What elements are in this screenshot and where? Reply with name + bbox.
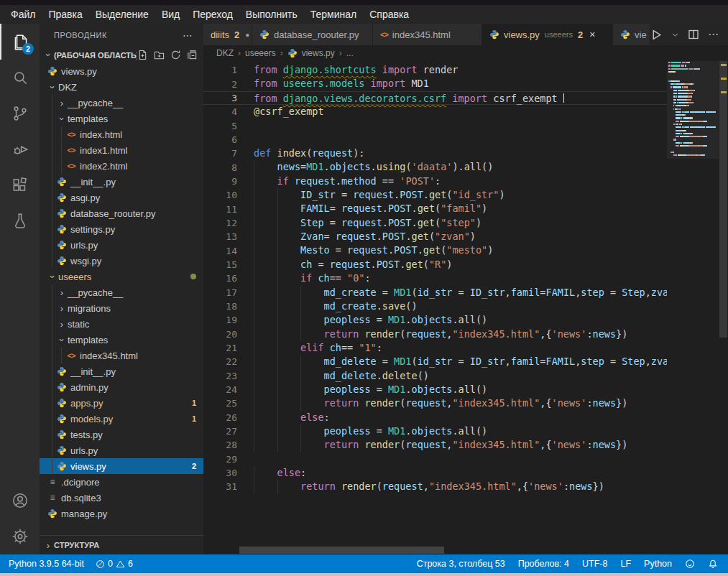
code-line-19[interactable]: 19 peopless = MD1.objects.all() bbox=[203, 313, 667, 327]
code-line-26[interactable]: 26 else: bbox=[203, 411, 667, 424]
code-line-24[interactable]: 24 peopless = MD1.objects.all() bbox=[203, 383, 667, 396]
tree-item-admin.py[interactable]: admin.py bbox=[40, 379, 203, 395]
activity-run-debug-icon[interactable] bbox=[0, 131, 40, 167]
tree-item-manage.py[interactable]: manage.py bbox=[40, 506, 203, 521]
code-line-6[interactable]: 6 bbox=[203, 133, 667, 147]
code-line-15[interactable]: 15 ch = request.POST.get("R") bbox=[203, 258, 667, 271]
code-line-25[interactable]: 25 return render(request,"index345.html"… bbox=[203, 396, 667, 410]
tree-item-index345.html[interactable]: <>index345.html bbox=[40, 348, 203, 363]
code-line-12[interactable]: 12 Step = request.POST.get("step") bbox=[203, 216, 667, 230]
code-line-17[interactable]: 17 md_create = MD1(id_str = ID_str,famil… bbox=[203, 286, 667, 299]
code-line-10[interactable]: 10 ID_str = request.POST.get("id_str") bbox=[203, 188, 667, 202]
code-line-7[interactable]: 7def index(request): bbox=[203, 147, 667, 160]
close-icon[interactable]: × bbox=[589, 29, 595, 40]
code-line-1[interactable]: 1from django.shortcuts import render bbox=[203, 63, 667, 77]
activity-source-control-icon[interactable] bbox=[0, 96, 40, 131]
tab-database_roouter.py[interactable]: database_roouter.py bbox=[252, 24, 373, 45]
tree-item-__pycache__[interactable]: ›__pycache__ bbox=[40, 284, 203, 300]
tree-item-.dcignore[interactable]: ≡.dcignore bbox=[40, 474, 203, 490]
activity-extensions-icon[interactable] bbox=[0, 167, 40, 203]
activity-search-icon[interactable] bbox=[0, 60, 40, 96]
menu-item-Терминал[interactable]: Терминал bbox=[304, 6, 363, 22]
tree-item-templates[interactable]: ›templates bbox=[40, 332, 203, 348]
tree-item-__init__.py[interactable]: __init__.py bbox=[40, 174, 203, 190]
tree-item-templates[interactable]: ›templates bbox=[40, 111, 203, 126]
breadcrumb-item-useeers[interactable]: useeers bbox=[244, 48, 277, 58]
feedback-icon[interactable] bbox=[685, 559, 695, 569]
activity-explorer-icon[interactable]: 2 bbox=[0, 24, 40, 60]
tree-item-views.py[interactable]: views.py bbox=[40, 63, 203, 79]
run-python-file-icon[interactable] bbox=[650, 29, 663, 41]
tree-item-wsgi.py[interactable]: wsgi.py bbox=[40, 253, 203, 269]
code-line-11[interactable]: 11 FAMIL= request.POST.get("famil") bbox=[203, 202, 667, 215]
refresh-icon[interactable] bbox=[170, 50, 181, 60]
menu-item-Переход[interactable]: Переход bbox=[186, 6, 239, 22]
code-line-4[interactable]: 4@csrf_exempt bbox=[203, 105, 667, 119]
tree-item-migrations[interactable]: ›migrations bbox=[40, 300, 203, 316]
code-line-13[interactable]: 13 Zvan= request.POST.get("zvan") bbox=[203, 230, 667, 243]
vertical-scrollbar[interactable] bbox=[719, 61, 728, 554]
tree-item-__init__.py[interactable]: __init__.py bbox=[40, 363, 203, 379]
tree-item-database_roouter.py[interactable]: database_roouter.py bbox=[40, 205, 203, 221]
code-line-21[interactable]: 21 elif ch== "1": bbox=[203, 341, 667, 355]
eol-status[interactable]: LF bbox=[620, 559, 631, 569]
activity-settings-icon[interactable] bbox=[0, 519, 40, 554]
new-file-icon[interactable] bbox=[137, 50, 148, 60]
code-line-28[interactable]: 28 return render(request,"index345.html"… bbox=[203, 438, 667, 452]
tree-item-index.html[interactable]: <>index.html bbox=[40, 126, 203, 142]
tree-item-urls.py[interactable]: urls.py bbox=[40, 442, 203, 458]
more-actions-icon[interactable]: ⋯ bbox=[708, 28, 719, 41]
tree-item-index1.html[interactable]: <>index1.html bbox=[40, 142, 203, 158]
tree-item-models.py[interactable]: models.py1 bbox=[40, 411, 203, 427]
code-line-8[interactable]: 8 news=MD1.objects.using('daata').all() bbox=[203, 160, 667, 174]
encoding-status[interactable]: UTF-8 bbox=[582, 559, 607, 569]
tab-diiits[interactable]: diiits2● bbox=[203, 24, 252, 45]
workspace-section-header[interactable]: › (РАБОЧАЯ ОБЛАСТЬ) ... bbox=[40, 47, 203, 63]
code-line-16[interactable]: 16 if ch== "0": bbox=[203, 271, 667, 285]
sidebar-more-actions-icon[interactable]: ⋯ bbox=[183, 29, 193, 41]
code-line-3[interactable]: 3from django.views.decorators.csrf impor… bbox=[203, 91, 667, 105]
language-mode-status[interactable]: Python bbox=[644, 559, 672, 569]
tree-item-static[interactable]: ›static bbox=[40, 316, 203, 332]
menu-item-Вид[interactable]: Вид bbox=[155, 6, 186, 22]
problems-status[interactable]: 0 6 bbox=[96, 559, 133, 569]
menu-item-Справка[interactable]: Справка bbox=[363, 6, 415, 22]
breadcrumb-item-DKZ[interactable]: DKZ bbox=[215, 48, 235, 58]
tab-index345.html[interactable]: <>index345.html bbox=[373, 24, 482, 45]
tab-views.py[interactable]: views.pyuseeers2× bbox=[482, 24, 613, 45]
tree-item-index2.html[interactable]: <>index2.html bbox=[40, 158, 203, 174]
breadcrumb-item-...[interactable]: ... bbox=[345, 48, 355, 58]
collapse-all-icon[interactable] bbox=[187, 50, 198, 60]
outline-section-header[interactable]: › СТРУКТУРА bbox=[40, 535, 203, 554]
activity-account-icon[interactable] bbox=[0, 483, 40, 519]
code-line-30[interactable]: 30 else: bbox=[203, 466, 667, 480]
menu-item-Правка[interactable]: Правка bbox=[42, 6, 88, 22]
tab-vie[interactable]: vie bbox=[613, 24, 650, 45]
cursor-position-status[interactable]: Строка 3, столбец 53 bbox=[417, 559, 505, 569]
new-folder-icon[interactable] bbox=[154, 50, 165, 60]
menu-item-Файл[interactable]: Файл bbox=[4, 6, 42, 22]
code-line-22[interactable]: 22 md_delete = MD1(id_str = ID_str,famil… bbox=[203, 355, 667, 368]
code-line-23[interactable]: 23 md_delete.delete() bbox=[203, 369, 667, 383]
tree-item-db.sqlite3[interactable]: ≡db.sqlite3 bbox=[40, 490, 203, 506]
code-line-29[interactable]: 29 bbox=[203, 452, 667, 466]
modified-dot-icon[interactable]: ● bbox=[245, 31, 249, 39]
tree-item-apps.py[interactable]: apps.py1 bbox=[40, 395, 203, 411]
python-interpreter-status[interactable]: Python 3.9.5 64-bit bbox=[9, 559, 84, 569]
tree-item-views.py[interactable]: views.py2 bbox=[40, 458, 203, 474]
code-line-27[interactable]: 27 peopless = MD1.objects.all() bbox=[203, 424, 667, 438]
tree-item-useeers[interactable]: ›useeers bbox=[40, 269, 203, 284]
code-editor[interactable]: 1from django.shortcuts import render2fro… bbox=[203, 61, 728, 554]
vertical-scrollbar-thumb[interactable] bbox=[719, 61, 727, 338]
tree-item-urls.py[interactable]: urls.py bbox=[40, 237, 203, 253]
indentation-status[interactable]: Пробелов: 4 bbox=[518, 559, 569, 569]
activity-testing-icon[interactable] bbox=[0, 203, 40, 239]
code-line-18[interactable]: 18 md_create.save() bbox=[203, 299, 667, 313]
horizontal-scrollbar-thumb[interactable] bbox=[239, 547, 444, 554]
breadcrumb-item-views.py[interactable]: views.py bbox=[300, 48, 336, 58]
code-line-14[interactable]: 14 Mesto = request.POST.get("mesto") bbox=[203, 243, 667, 257]
tree-item-__pycache__[interactable]: ›__pycache__ bbox=[40, 95, 203, 111]
notifications-bell-icon[interactable] bbox=[708, 559, 718, 569]
code-line-9[interactable]: 9 if request.method == 'POST': bbox=[203, 175, 667, 188]
menu-item-Выполнить[interactable]: Выполнить bbox=[239, 6, 304, 22]
